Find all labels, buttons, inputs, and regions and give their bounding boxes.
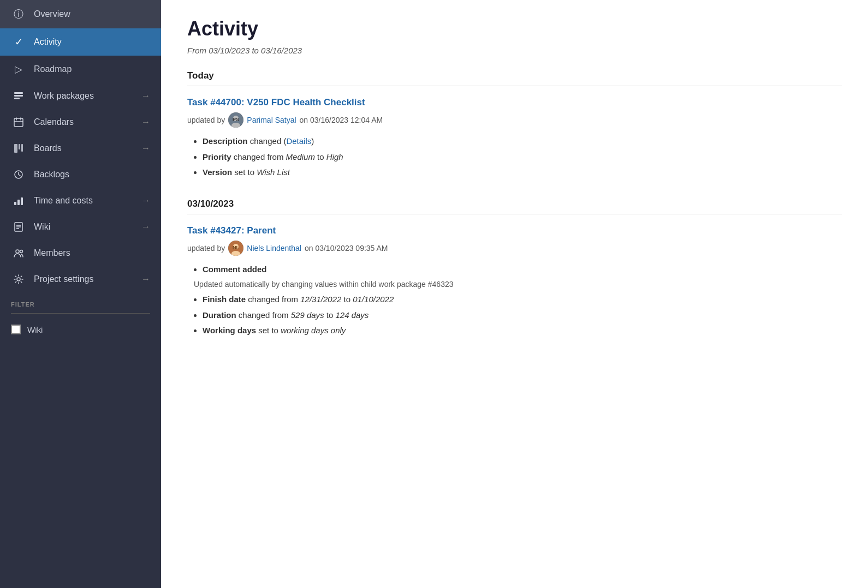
details-link[interactable]: Details	[286, 136, 311, 146]
svg-point-20	[17, 278, 20, 281]
sidebar-item-label: Boards	[34, 143, 141, 153]
change-item: Comment added	[203, 263, 842, 276]
svg-rect-7	[14, 144, 17, 153]
section-header: Today	[187, 70, 842, 81]
task-link[interactable]: Task #44700: V250 FDC Health Checklist	[187, 97, 842, 108]
change-item: Version set to Wish List	[203, 166, 842, 179]
checkbox-icon[interactable]	[11, 325, 21, 334]
svg-rect-13	[21, 197, 23, 205]
time-and-costs-icon	[11, 195, 26, 206]
activity-icon: ✓	[11, 36, 26, 48]
sidebar: ⓘOverview✓Activity▷RoadmapWork packages→…	[0, 0, 161, 588]
comment-body: Updated automatically by changing values…	[194, 279, 842, 290]
svg-rect-8	[19, 144, 20, 149]
chevron-right-icon: →	[141, 222, 150, 232]
svg-rect-1	[14, 95, 23, 97]
activity-item-task-43427: Task #43427: Parentupdated by NL Niels L…	[187, 225, 842, 337]
section-today-section: TodayTask #44700: V250 FDC Health Checkl…	[187, 70, 842, 179]
members-icon	[11, 248, 26, 259]
sidebar-item-members[interactable]: Members	[0, 240, 161, 266]
avatar: PS	[228, 112, 243, 128]
calendars-icon	[11, 117, 26, 128]
work-packages-icon	[11, 91, 26, 101]
svg-rect-11	[14, 202, 16, 205]
date-range: From 03/10/2023 to 03/16/2023	[187, 46, 842, 55]
section-date-section-0310: 03/10/2023Task #43427: Parentupdated by …	[187, 199, 842, 337]
project-settings-icon	[11, 274, 26, 285]
sidebar-item-label: Calendars	[34, 117, 141, 127]
sidebar-item-label: Roadmap	[34, 64, 150, 74]
chevron-right-icon: →	[141, 143, 150, 153]
chevron-right-icon: →	[141, 91, 150, 101]
task-link[interactable]: Task #43427: Parent	[187, 225, 842, 236]
sidebar-item-label: Members	[34, 248, 150, 258]
sidebar-item-roadmap[interactable]: ▷Roadmap	[0, 56, 161, 83]
svg-rect-3	[14, 118, 23, 127]
sidebar-item-label: Overview	[34, 9, 150, 19]
sidebar-item-calendars[interactable]: Calendars→	[0, 109, 161, 135]
sidebar-item-label: Backlogs	[34, 170, 150, 179]
main-content: Activity From 03/10/2023 to 03/16/2023 T…	[161, 0, 868, 588]
section-header: 03/10/2023	[187, 199, 842, 209]
sidebar-item-label: Time and costs	[34, 196, 141, 206]
sidebar-item-overview[interactable]: ⓘOverview	[0, 0, 161, 28]
user-link[interactable]: Niels Lindenthal	[247, 244, 301, 253]
svg-text:PS: PS	[233, 117, 239, 122]
updated-by-label: updated by	[187, 116, 225, 124]
svg-rect-2	[14, 98, 20, 99]
sidebar-item-label: Project settings	[34, 274, 141, 284]
filter-section: FILTER Wiki	[0, 292, 161, 343]
svg-rect-12	[17, 200, 20, 205]
change-item: Finish date changed from 12/31/2022 to 0…	[203, 293, 842, 306]
svg-point-18	[16, 250, 19, 253]
change-item: Description changed (Details)	[203, 135, 842, 148]
svg-text:NL: NL	[233, 245, 239, 250]
user-link[interactable]: Parimal Satyal	[247, 116, 296, 124]
sidebar-item-backlogs[interactable]: Backlogs	[0, 161, 161, 188]
overview-icon: ⓘ	[11, 8, 26, 21]
chevron-right-icon: →	[141, 117, 150, 127]
updated-by-row: updated by NL Niels Lindenthalon 03/10/2…	[187, 241, 842, 256]
svg-rect-9	[21, 144, 23, 152]
updated-by-row: updated by PS Parimal Satyalon 03/16/202…	[187, 112, 842, 128]
svg-point-19	[20, 250, 23, 253]
boards-icon	[11, 143, 26, 154]
sidebar-item-project-settings[interactable]: Project settings→	[0, 266, 161, 292]
sidebar-item-time-and-costs[interactable]: Time and costs→	[0, 188, 161, 214]
filter-item-label: Wiki	[27, 325, 43, 334]
activity-item-task-44700: Task #44700: V250 FDC Health Checklistup…	[187, 97, 842, 179]
update-date: on 03/10/2023 09:35 AM	[305, 244, 388, 253]
change-item: Working days set to working days only	[203, 325, 842, 337]
updated-by-label: updated by	[187, 244, 225, 253]
roadmap-icon: ▷	[11, 63, 26, 75]
filter-title: FILTER	[11, 301, 150, 308]
chevron-right-icon: →	[141, 274, 150, 284]
changes-list: Description changed (Details)Priority ch…	[187, 135, 842, 179]
sidebar-item-boards[interactable]: Boards→	[0, 135, 161, 161]
sidebar-item-wiki[interactable]: Wiki→	[0, 214, 161, 240]
avatar: NL	[228, 241, 243, 256]
change-item: Priority changed from Medium to High	[203, 151, 842, 164]
update-date: on 03/16/2023 12:04 AM	[300, 116, 383, 124]
filter-item-wiki-filter[interactable]: Wiki	[11, 320, 150, 339]
sidebar-item-label: Work packages	[34, 91, 141, 101]
change-item: Duration changed from 529 days to 124 da…	[203, 309, 842, 322]
svg-rect-0	[14, 92, 23, 94]
changes-list: Comment addedUpdated automatically by ch…	[187, 263, 842, 337]
page-title: Activity	[187, 17, 842, 40]
sidebar-item-label: Wiki	[34, 222, 141, 232]
sidebar-item-label: Activity	[34, 37, 150, 47]
sidebar-item-work-packages[interactable]: Work packages→	[0, 83, 161, 109]
chevron-right-icon: →	[141, 196, 150, 206]
wiki-icon	[11, 221, 26, 232]
backlogs-icon	[11, 169, 26, 180]
sidebar-item-activity[interactable]: ✓Activity	[0, 28, 161, 56]
